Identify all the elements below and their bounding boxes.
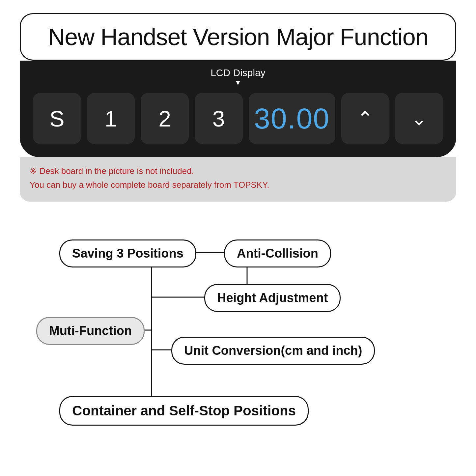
button-down[interactable]: ⌄	[395, 93, 443, 144]
note-section: ※ Desk board in the picture is not inclu…	[20, 157, 456, 202]
note-line1: ※ Desk board in the picture is not inclu…	[30, 164, 446, 178]
button-3[interactable]: 3	[195, 93, 243, 144]
button-up[interactable]: ⌃	[341, 93, 389, 144]
lcd-label: LCD Display	[210, 67, 266, 78]
page-title: New Handset Version Major Function	[48, 24, 428, 50]
handset-area: LCD Display ▼ S 1 2 3 30.00 ⌃ ⌄	[20, 61, 456, 157]
title-box: New Handset Version Major Function	[20, 13, 456, 61]
saving-positions-box: Saving 3 Positions	[59, 239, 196, 267]
diagram-section: Saving 3 Positions Anti-Collision Height…	[0, 202, 476, 459]
page-container: New Handset Version Major Function LCD D…	[0, 0, 476, 476]
muti-function-box: Muti-Function	[36, 317, 145, 345]
button-1[interactable]: 1	[87, 93, 135, 144]
top-section: New Handset Version Major Function	[0, 0, 476, 61]
height-adjustment-box: Height Adjustment	[204, 284, 341, 312]
container-selfstop-box: Container and Self-Stop Positions	[59, 396, 309, 426]
anti-collision-box: Anti-Collision	[224, 239, 331, 267]
diagram-wrapper: Saving 3 Positions Anti-Collision Height…	[26, 221, 450, 445]
unit-conversion-box: Unit Conversion(cm and inch)	[171, 337, 375, 365]
button-2[interactable]: 2	[141, 93, 189, 144]
buttons-row: S 1 2 3 30.00 ⌃ ⌄	[33, 93, 443, 144]
button-s[interactable]: S	[33, 93, 81, 144]
lcd-label-area: LCD Display ▼	[33, 67, 443, 90]
lcd-display: 30.00	[249, 93, 335, 144]
lcd-arrow: ▼	[210, 78, 266, 87]
note-line2: You can buy a whole complete board separ…	[30, 178, 446, 192]
